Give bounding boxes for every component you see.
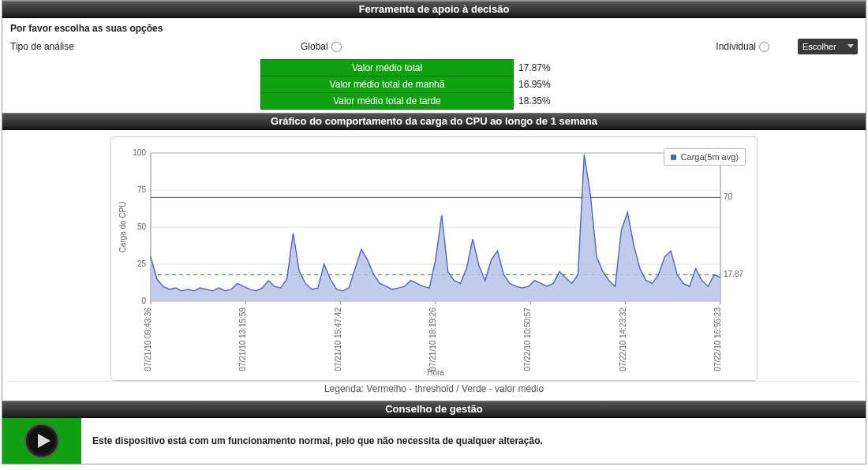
metric-value: 16.95% <box>514 76 608 93</box>
table-row: Valor médio total de manhã 16.95% <box>261 76 608 93</box>
metrics-table: Valor médio total 17.87% Valor médio tot… <box>260 59 608 110</box>
individual-radio[interactable]: Individual <box>716 41 769 52</box>
svg-text:07/21/10 18:19:26: 07/21/10 18:19:26 <box>428 308 437 371</box>
chart-legend-line: Legenda: Vermelho - threshold / Verde - … <box>9 381 859 397</box>
advice-header-title: Conselho de gestão <box>385 403 483 415</box>
advice-text: Este dispositivo está com um funcionamen… <box>81 435 554 446</box>
metric-label: Valor médio total de tarde <box>261 93 514 110</box>
play-icon <box>24 423 60 459</box>
play-button[interactable] <box>2 418 81 464</box>
radio-circle-icon <box>759 42 769 52</box>
svg-text:25: 25 <box>137 259 147 268</box>
svg-text:0: 0 <box>141 297 146 305</box>
metric-label: Valor médio total de manhã <box>261 76 514 93</box>
svg-text:50: 50 <box>137 222 147 231</box>
svg-text:17.87: 17.87 <box>724 270 743 278</box>
table-row: Valor médio total 17.87% <box>261 60 608 76</box>
analysis-type-row: Tipo de análise Global Individual Escolh… <box>2 37 866 59</box>
svg-text:07/21/10 09:43:36: 07/21/10 09:43:36 <box>144 308 152 371</box>
advice-header-bar: Conselho de gestão <box>2 401 866 418</box>
legend-text: Carga(5m avg) <box>681 152 739 162</box>
individual-select[interactable]: Escolher <box>798 39 858 54</box>
individual-radio-label: Individual <box>716 41 756 52</box>
chart-header-title: Gráfico do comportamento da carga do CPU… <box>271 115 597 127</box>
metric-value: 17.87% <box>514 60 608 76</box>
analysis-type-label: Tipo de análise <box>10 41 301 52</box>
chart-box: Carga(5m avg) 02550751007017.8707/21/10 … <box>110 136 758 381</box>
app-frame: Ferramenta de apoio à decisão Por favor … <box>2 0 866 464</box>
header-title: Ferramenta de apoio à decisão <box>359 3 510 15</box>
options-prompt: Por favor escolha as suas opções <box>2 18 866 37</box>
svg-text:07/22/10 14:23:32: 07/22/10 14:23:32 <box>619 308 627 371</box>
chart-legend: Carga(5m avg) <box>664 148 746 166</box>
svg-text:07/22/10 10:50:57: 07/22/10 10:50:57 <box>523 308 532 371</box>
advice-row: Este dispositivo está com um funcionamen… <box>2 418 866 464</box>
individual-select-value: Escolher <box>803 42 836 51</box>
radio-circle-icon <box>331 42 342 52</box>
global-radio[interactable]: Global <box>301 41 342 52</box>
svg-text:Carga do CPU: Carga do CPU <box>118 201 127 252</box>
svg-text:07/22/10 16:55:23: 07/22/10 16:55:23 <box>713 308 722 371</box>
metric-value: 18.35% <box>514 93 608 110</box>
legend-swatch-icon <box>671 155 676 160</box>
chart-header-bar: Gráfico do comportamento da carga do CPU… <box>2 113 866 130</box>
global-radio-label: Global <box>301 41 328 52</box>
metric-label: Valor médio total <box>261 60 514 76</box>
svg-text:100: 100 <box>133 148 146 157</box>
svg-text:07/21/10 15:47:42: 07/21/10 15:47:42 <box>334 308 342 371</box>
svg-text:75: 75 <box>137 185 147 194</box>
svg-text:70: 70 <box>724 192 733 201</box>
svg-text:Hora: Hora <box>427 368 444 377</box>
chart-panel: Carga(5m avg) 02550751007017.8707/21/10 … <box>2 130 866 401</box>
line-chart: 02550751007017.8707/21/10 09:43:3607/21/… <box>116 142 752 377</box>
table-row: Valor médio total de tarde 18.35% <box>261 93 608 110</box>
header-bar: Ferramenta de apoio à decisão <box>2 1 866 18</box>
svg-text:07/21/10 13:15:59: 07/21/10 13:15:59 <box>238 308 247 371</box>
